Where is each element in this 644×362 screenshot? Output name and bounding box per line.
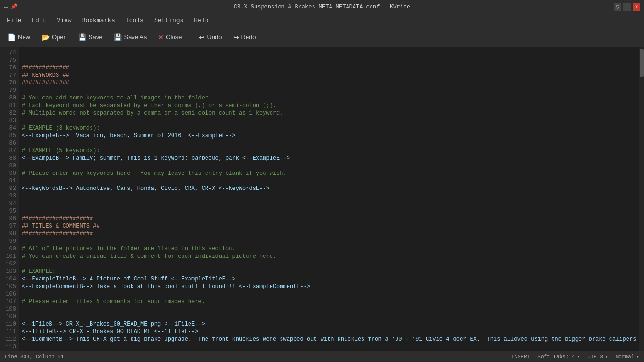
open-button[interactable]: 📂 Open <box>37 31 72 43</box>
minimize-button[interactable]: ▽ <box>614 3 621 11</box>
undo-icon: ↩ <box>199 33 205 41</box>
editor-line: # Please enter titles & comments for you… <box>22 298 636 305</box>
line-number: 95 <box>0 207 16 215</box>
line-number: 76 <box>0 64 16 72</box>
app-icon: ✏ <box>4 3 8 11</box>
editor-line: # EXAMPLE (5 keywords): <box>22 147 636 155</box>
new-icon: 📄 <box>8 33 16 41</box>
new-button[interactable]: 📄 New <box>3 31 35 43</box>
menu-tools[interactable]: Tools <box>121 15 149 26</box>
new-label: New <box>18 33 30 41</box>
open-icon: 📂 <box>41 33 50 41</box>
line-number: 92 <box>0 185 16 192</box>
line-number: 86 <box>0 140 16 147</box>
line-number: 78 <box>0 79 16 87</box>
line-number: 113 <box>0 343 16 351</box>
insert-mode: INSERT <box>512 354 530 360</box>
line-ending-label: Normal <box>616 354 635 360</box>
editor-line: ## KEYWORDS ## <box>22 72 636 79</box>
encoding-chevron: ▾ <box>605 354 608 360</box>
line-numbers: 7475767778798081828384858687888990919293… <box>0 47 19 351</box>
line-number: 91 <box>0 177 16 185</box>
editor-line <box>22 207 636 215</box>
line-number: 104 <box>0 275 16 283</box>
save-icon: 💾 <box>78 33 86 41</box>
menu-help[interactable]: Help <box>189 15 213 26</box>
line-number: 97 <box>0 222 16 230</box>
editor-line: <--ExampleB--> Vacation, beach, Summer o… <box>22 132 636 140</box>
editor-line <box>22 200 636 207</box>
menu-bookmarks[interactable]: Bookmarks <box>77 15 120 26</box>
menu-file[interactable]: File <box>2 15 26 26</box>
line-number: 98 <box>0 230 16 238</box>
editor-line <box>22 177 636 185</box>
line-ending-setting[interactable]: Normal ▾ <box>616 354 639 360</box>
line-number: 103 <box>0 268 16 275</box>
scrollbar[interactable] <box>639 47 644 351</box>
line-number: 94 <box>0 200 16 207</box>
close-button[interactable]: ✕ <box>633 3 640 11</box>
close-file-icon: ✕ <box>158 33 164 41</box>
line-number: 90 <box>0 170 16 177</box>
saveas-icon: 💾 <box>114 33 122 41</box>
toolbar-separator-1 <box>190 32 190 43</box>
line-number: 84 <box>0 124 16 132</box>
titlebar-left: ✏ 📌 <box>4 3 17 11</box>
tabs-chevron: ▾ <box>577 354 580 360</box>
scrollbar-thumb[interactable] <box>640 49 644 77</box>
editor-line <box>22 162 636 170</box>
editor-line: ##################### <box>22 230 636 238</box>
menu-view[interactable]: View <box>52 15 76 26</box>
line-number: 82 <box>0 109 16 117</box>
editor-line: <--KeyWordsB--> Automotive, Cars, Honda,… <box>22 185 636 192</box>
saveas-label: Save As <box>124 33 147 41</box>
close-file-button[interactable]: ✕ Close <box>153 31 186 43</box>
statusbar-position: Line 304, Column 51 <box>5 354 64 360</box>
editor-line <box>22 313 636 321</box>
maximize-button[interactable]: □ <box>623 3 631 11</box>
line-number: 112 <box>0 336 16 343</box>
editor-line: # All of the pictures in the folder are … <box>22 245 636 253</box>
editor-line <box>22 117 636 124</box>
line-number: 99 <box>0 238 16 245</box>
line-number: 89 <box>0 162 16 170</box>
line-number: 88 <box>0 155 16 162</box>
editor-line: <--ExampleB--> Family; summer, This is 1… <box>22 155 636 162</box>
toolbar: 📄 New 📂 Open 💾 Save 💾 Save As ✕ Close ↩ … <box>0 27 644 47</box>
redo-button[interactable]: ↪ Redo <box>229 31 261 43</box>
redo-icon: ↪ <box>233 33 239 41</box>
editor-line: # You can add some keywords to all image… <box>22 94 636 102</box>
line-number: 111 <box>0 328 16 336</box>
save-button[interactable]: 💾 Save <box>74 31 107 43</box>
line-number: 81 <box>0 102 16 109</box>
editor-line: <--ExampleCommentB--> Take a look at thi… <box>22 283 636 290</box>
menu-edit[interactable]: Edit <box>27 15 51 26</box>
line-number: 106 <box>0 290 16 298</box>
tabs-setting[interactable]: Soft Tabs: 4 ▾ <box>537 354 580 360</box>
menubar: File Edit View Bookmarks Tools Settings … <box>0 14 644 27</box>
editor-line: ## TITLES & COMMENTS ## <box>22 222 636 230</box>
line-number: 85 <box>0 132 16 140</box>
titlebar: ✏ 📌 CR-X_Suspension_&_Brakes_META_METADA… <box>0 0 644 14</box>
line-number: 107 <box>0 298 16 305</box>
open-label: Open <box>52 33 67 41</box>
editor-line: <--1FileB--> CR-X_-_Brakes_00_READ_ME.pn… <box>22 321 636 328</box>
editor-line: # EXAMPLE (3 keywords): <box>22 124 636 132</box>
editor-content[interactable]: ################ KEYWORDS ##############… <box>19 47 639 351</box>
line-number: 100 <box>0 245 16 253</box>
line-number: 77 <box>0 72 16 79</box>
saveas-button[interactable]: 💾 Save As <box>109 31 151 43</box>
cursor-position: Line 304, Column 51 <box>5 354 64 360</box>
tabs-label: Soft Tabs: 4 <box>537 354 575 360</box>
line-number: 79 <box>0 87 16 94</box>
editor-line: ##################### <box>22 215 636 222</box>
editor-line: # Multiple words not separated by a comm… <box>22 109 636 117</box>
editor-line <box>22 87 636 94</box>
encoding-setting[interactable]: UTF-8 ▾ <box>587 354 608 360</box>
editor-line: # Each keyword must be separated by eith… <box>22 102 636 109</box>
editor-line: ############## <box>22 79 636 87</box>
editor-line: <--ExampleTitleB--> A Picture of Cool St… <box>22 275 636 283</box>
undo-button[interactable]: ↩ Undo <box>194 31 226 43</box>
editor-line: # You can create a unique title & commen… <box>22 253 636 260</box>
menu-settings[interactable]: Settings <box>149 15 188 26</box>
